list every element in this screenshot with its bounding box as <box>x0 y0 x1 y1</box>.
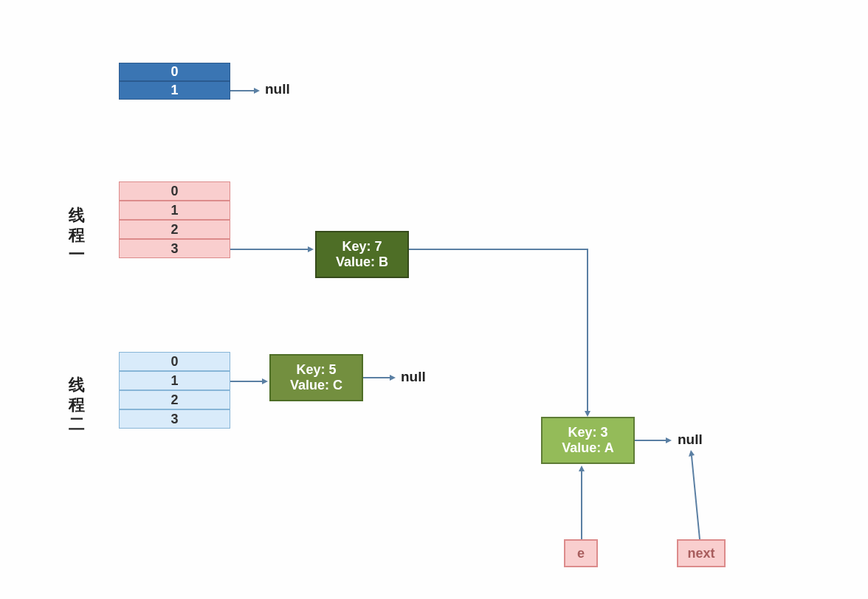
null-label-3: null <box>678 432 703 448</box>
pink-table-cell-1: 1 <box>119 201 230 220</box>
arrow-key7-to-key3 <box>409 249 596 424</box>
null-label-1: null <box>265 81 290 97</box>
lightblue-table-cell-3: 3 <box>119 409 230 429</box>
svg-marker-4 <box>585 411 590 417</box>
svg-marker-1 <box>254 88 260 94</box>
svg-marker-14 <box>689 450 695 457</box>
pink-table-cell-3: 3 <box>119 239 230 258</box>
thread1-label: 线 程 一 <box>66 187 87 265</box>
cell-value: 1 <box>170 83 178 98</box>
cell-value: 0 <box>170 354 178 370</box>
node-key: Key: 7 <box>342 239 382 255</box>
node-value: Value: C <box>290 378 342 393</box>
null-label-2: null <box>401 369 426 385</box>
node-key: Key: 3 <box>568 425 607 440</box>
cell-value: 1 <box>170 203 178 218</box>
node-key7: Key: 7 Value: B <box>315 231 409 278</box>
next-label: next <box>687 546 714 561</box>
arrow-e-to-key3 <box>578 464 588 539</box>
lightblue-table-cell-2: 2 <box>119 390 230 409</box>
svg-marker-6 <box>262 378 268 384</box>
cell-value: 0 <box>170 64 178 80</box>
arrow-next-to-null <box>688 449 704 539</box>
pink-table-cell-0: 0 <box>119 181 230 201</box>
node-key5: Key: 5 Value: C <box>269 354 363 401</box>
node-key: Key: 5 <box>296 362 336 378</box>
arrow-key5-to-null <box>363 377 397 384</box>
svg-marker-10 <box>666 437 672 443</box>
svg-line-13 <box>692 456 700 539</box>
lightblue-table-cell-0: 0 <box>119 352 230 371</box>
node-value: Value: B <box>336 255 388 270</box>
blue-table-cell-0: 0 <box>119 63 230 81</box>
node-value: Value: A <box>562 440 613 456</box>
e-label: e <box>577 546 585 561</box>
svg-marker-3 <box>308 246 314 252</box>
svg-marker-12 <box>579 465 585 471</box>
cell-value: 1 <box>170 373 178 389</box>
cell-value: 3 <box>170 241 178 257</box>
cell-value: 3 <box>170 412 178 427</box>
node-key3: Key: 3 Value: A <box>541 417 635 464</box>
thread2-label: 线 程 二 <box>66 356 87 434</box>
arrow-pink-to-key7 <box>230 249 315 256</box>
lightblue-table-cell-1: 1 <box>119 371 230 390</box>
e-box: e <box>564 539 598 567</box>
cell-value: 0 <box>170 184 178 199</box>
pink-table-cell-2: 2 <box>119 220 230 239</box>
blue-table-cell-1: 1 <box>119 81 230 100</box>
cell-value: 2 <box>170 392 178 408</box>
arrow-lightblue-to-key5 <box>230 381 269 388</box>
arrow-key3-to-null <box>635 440 673 447</box>
svg-marker-8 <box>390 375 396 381</box>
arrow-blue-to-null <box>230 90 261 97</box>
next-box: next <box>677 539 726 567</box>
cell-value: 2 <box>170 222 178 238</box>
